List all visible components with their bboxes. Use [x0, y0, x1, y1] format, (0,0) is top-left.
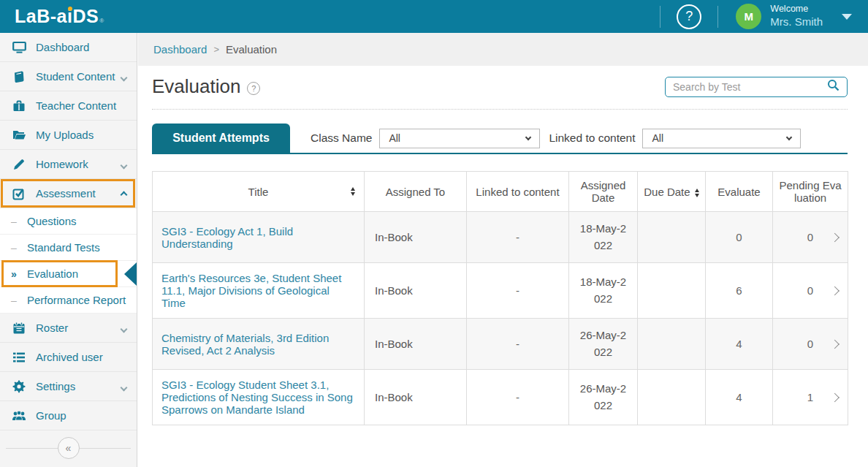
sidebar-item-dashboard[interactable]: Dashboard: [0, 33, 137, 62]
book-icon: [12, 70, 26, 83]
submenu-item-questions[interactable]: – Questions: [0, 208, 137, 235]
welcome-label: Welcome: [770, 4, 823, 15]
chevron-down-icon: [121, 158, 126, 171]
search-icon[interactable]: [827, 79, 840, 94]
chevron-down-icon: [121, 380, 126, 393]
linked-to-content-value: All: [652, 132, 663, 144]
assigned-to-cell: In-Book: [365, 319, 467, 370]
attempt-title-link[interactable]: SGI3 - Ecology Student Sheet 3.1, Predic…: [161, 379, 353, 416]
search-input[interactable]: [673, 81, 827, 93]
sidebar-item-roster[interactable]: Roster: [0, 314, 137, 343]
column-header-due-date[interactable]: Due Date: [638, 172, 706, 212]
sidebar-collapse-row: «: [0, 432, 137, 464]
dash-marker: –: [11, 242, 17, 254]
header-right-cluster: ? M Welcome Mrs. Smith: [660, 0, 868, 33]
user-menu-caret-icon[interactable]: [842, 14, 852, 20]
title-help-icon[interactable]: ?: [247, 82, 260, 95]
evaluate-cell: 4: [706, 319, 773, 370]
list-icon: [12, 352, 26, 363]
assigned-date-cell: 18-May-2022: [569, 263, 638, 319]
table-row: SGI3 - Ecology Student Sheet 3.1, Predic…: [153, 370, 848, 425]
sidebar-item-settings[interactable]: Settings: [0, 372, 137, 401]
column-header-assigned-date: Assigned Date: [569, 172, 638, 212]
monitor-icon: [12, 41, 26, 54]
attempt-title-link[interactable]: SGI3 - Ecology Act 1, Build Understandin…: [161, 225, 293, 250]
evaluate-cell: 6: [706, 263, 773, 319]
logo-text-suffix: DS: [72, 6, 99, 27]
linked-to-content-label: Linked to content: [549, 132, 635, 145]
logo-trademark: ®: [99, 18, 104, 24]
top-header: LaB-aiDS® ? M Welcome Mrs. Smith: [0, 0, 868, 33]
row-expand-chevron-icon[interactable]: [830, 392, 840, 402]
chevron-up-icon: [121, 187, 126, 200]
calendar-icon: [12, 322, 26, 335]
evaluate-cell: 0: [706, 212, 773, 263]
class-name-select[interactable]: All: [379, 129, 540, 148]
sort-icon[interactable]: [695, 189, 699, 197]
group-icon: [12, 410, 26, 422]
pending-evaluation-cell: 0: [773, 263, 848, 319]
breadcrumb-current: Evaluation: [226, 43, 277, 56]
sidebar-item-archived-user[interactable]: Archived user: [0, 343, 137, 372]
dash-marker: –: [11, 216, 17, 227]
chevron-down-icon: [786, 134, 792, 140]
column-header-title[interactable]: Title: [153, 172, 365, 212]
row-expand-chevron-icon[interactable]: [830, 286, 840, 295]
column-header-linked-to-content: Linked to content: [467, 172, 569, 212]
avatar[interactable]: M: [736, 4, 761, 29]
assessment-submenu: – Questions – Standard Tests » Evaluatio…: [0, 208, 137, 314]
logo-letter-i: i: [67, 6, 72, 27]
labaids-logo[interactable]: LaB-aiDS®: [15, 6, 104, 27]
table-row: SGI3 - Ecology Act 1, Build Understandin…: [153, 212, 848, 263]
pending-evaluation-cell: 1: [773, 370, 848, 425]
gear-icon: [12, 380, 26, 393]
chevron-down-icon: [121, 70, 126, 83]
pending-evaluation-cell: 0: [773, 212, 848, 263]
table-header-row: Title Assigned To Linked to content Assi…: [153, 172, 848, 212]
search-box: [665, 77, 848, 97]
chevron-down-icon: [525, 134, 531, 140]
sidebar-item-assessment[interactable]: Assessment: [0, 179, 137, 208]
class-name-label: Class Name: [311, 132, 372, 145]
assigned-date-cell: 26-May-2022: [569, 370, 638, 425]
submenu-item-evaluation[interactable]: » Evaluation: [0, 261, 137, 287]
pending-evaluation-cell: 0: [773, 319, 848, 370]
tab-student-attempts[interactable]: Student Attempts: [152, 124, 290, 153]
breadcrumb-separator: >: [213, 44, 219, 55]
assigned-to-cell: In-Book: [365, 212, 467, 263]
main-area: Dashboard > Evaluation Evaluation ? Stud…: [138, 33, 868, 467]
briefcase-icon: [12, 99, 26, 113]
row-expand-chevron-icon[interactable]: [830, 232, 840, 242]
submenu-item-standard-tests[interactable]: – Standard Tests: [0, 235, 137, 261]
avatar-initial: M: [745, 10, 754, 23]
evaluate-cell: 4: [706, 370, 773, 425]
sidebar-item-group[interactable]: Group: [0, 401, 137, 430]
sidebar-item-my-uploads[interactable]: My Uploads: [0, 121, 137, 150]
attempt-title-link[interactable]: Earth's Resources 3e, Student Sheet 11.1…: [161, 272, 341, 309]
breadcrumb: Dashboard > Evaluation: [138, 33, 868, 66]
sort-icon[interactable]: [351, 187, 355, 196]
linked-to-content-cell: -: [467, 370, 569, 425]
linked-to-content-select[interactable]: All: [642, 129, 801, 148]
submenu-item-performance-report[interactable]: – Performance Report: [0, 287, 137, 314]
due-date-cell: [638, 319, 706, 370]
breadcrumb-dashboard-link[interactable]: Dashboard: [153, 43, 207, 56]
linked-to-content-cell: -: [467, 263, 569, 319]
sidebar-item-student-content[interactable]: Student Content: [0, 62, 137, 91]
app-window: LaB-aiDS® ? M Welcome Mrs. Smith Dashboa…: [0, 0, 868, 467]
help-icon[interactable]: ?: [677, 4, 701, 29]
sidebar-collapse-button[interactable]: «: [58, 437, 80, 459]
collapse-icon: «: [66, 442, 72, 454]
table-row: Earth's Resources 3e, Student Sheet 11.1…: [153, 263, 848, 319]
table-row: Chemistry of Materials, 3rd Edition Revi…: [153, 319, 848, 370]
sidebar-item-homework[interactable]: Homework: [0, 150, 137, 179]
sidebar-item-teacher-content[interactable]: Teacher Content: [0, 91, 137, 121]
divider: [152, 109, 848, 110]
assigned-to-cell: In-Book: [365, 263, 467, 319]
linked-to-content-cell: -: [467, 212, 569, 263]
attempt-title-link[interactable]: Chemistry of Materials, 3rd Edition Revi…: [161, 332, 329, 357]
tab-bar: Student Attempts Class Name All Linked t…: [152, 124, 848, 154]
row-expand-chevron-icon[interactable]: [830, 339, 840, 349]
header-separator: [660, 6, 660, 28]
linked-to-content-cell: -: [467, 319, 569, 370]
